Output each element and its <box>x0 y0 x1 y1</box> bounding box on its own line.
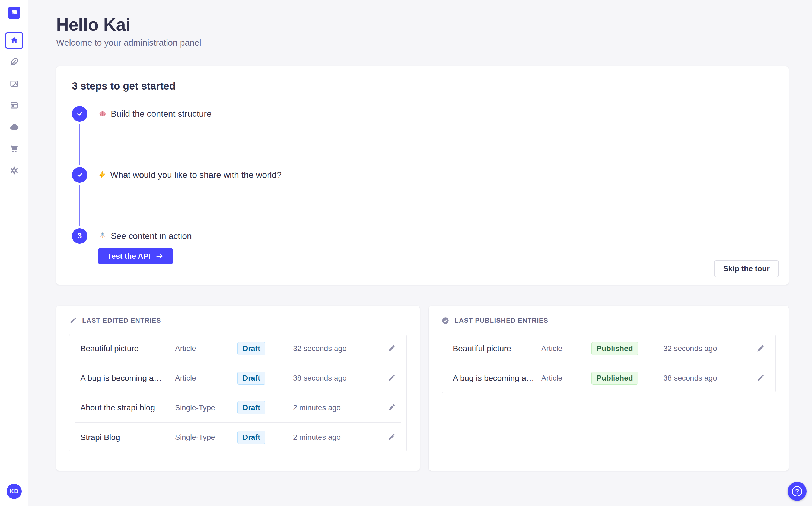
skip-the-tour-button[interactable]: Skip the tour <box>714 260 779 277</box>
last-published-header: LAST PUBLISHED ENTRIES <box>442 317 776 324</box>
last-edited-table: Beautiful picture Article Draft 32 secon… <box>69 334 407 452</box>
sidebar-footer-divider <box>0 478 28 478</box>
last-published-panel: LAST PUBLISHED ENTRIES Beautiful picture… <box>429 306 789 471</box>
sidebar-item-home[interactable] <box>5 32 23 49</box>
last-edited-header: LAST EDITED ENTRIES <box>69 317 407 324</box>
cloud-icon <box>9 122 19 132</box>
entry-title: Beautiful picture <box>80 344 175 353</box>
entry-type: Article <box>541 374 591 383</box>
cart-icon <box>9 144 19 153</box>
sidebar: KD <box>0 0 28 506</box>
guided-tour-title: 3 steps to get started <box>72 80 773 92</box>
sidebar-footer: KD <box>0 478 28 506</box>
entry-time: 38 seconds ago <box>663 374 751 383</box>
step-1-label: Build the content structure <box>98 109 212 119</box>
pencil-icon <box>756 374 765 382</box>
edit-entry-button[interactable] <box>387 344 396 353</box>
entry-type: Single-Type <box>175 403 237 412</box>
step-3-cta-row: Test the API <box>98 248 773 264</box>
table-row: A bug is becoming a… Article Draft 38 se… <box>75 363 401 393</box>
entry-time: 2 minutes ago <box>293 403 383 412</box>
step-2-completed-indicator <box>72 167 87 183</box>
tour-step-1: Build the content structure <box>72 106 773 121</box>
edit-entry-button[interactable] <box>756 374 765 382</box>
last-published-table: Beautiful picture Article Published 32 s… <box>442 334 776 393</box>
check-icon <box>76 110 83 117</box>
feather-icon <box>10 58 18 66</box>
status-badge: Draft <box>237 401 265 414</box>
check-icon <box>76 171 83 178</box>
step-1-text: Build the content structure <box>111 109 212 119</box>
table-row: Beautiful picture Article Draft 32 secon… <box>75 334 401 363</box>
status-badge: Published <box>591 342 638 355</box>
pencil-icon <box>387 344 396 353</box>
home-icon <box>10 36 18 45</box>
sidebar-item-media-library[interactable] <box>5 75 23 93</box>
status-badge: Draft <box>237 431 265 444</box>
lightning-emoji-icon <box>98 171 106 179</box>
pencil-icon <box>387 404 396 412</box>
question-mark-icon: ? <box>792 486 802 497</box>
rocket-emoji-icon <box>98 232 107 240</box>
entry-time: 32 seconds ago <box>293 344 383 353</box>
entry-title: Beautiful picture <box>453 344 541 353</box>
help-button[interactable]: ? <box>788 482 807 501</box>
table-row: Strapi Blog Single-Type Draft 2 minutes … <box>75 422 401 452</box>
step-3-label: See content in action <box>98 231 192 241</box>
step-1-completed-indicator <box>72 106 87 121</box>
sidebar-item-settings[interactable] <box>5 162 23 179</box>
edit-entry-button[interactable] <box>387 404 396 412</box>
entry-title: A bug is becoming a… <box>453 373 541 383</box>
step-connector <box>79 185 80 226</box>
user-avatar[interactable]: KD <box>6 484 22 499</box>
step-3-text: See content in action <box>111 231 192 241</box>
edit-entry-button[interactable] <box>387 433 396 441</box>
entry-title: A bug is becoming a… <box>80 373 175 383</box>
entry-title: Strapi Blog <box>80 433 175 442</box>
guided-tour-card: 3 steps to get started Build the content… <box>56 66 789 285</box>
test-the-api-button[interactable]: Test the API <box>98 248 173 264</box>
table-row: About the strapi blog Single-Type Draft … <box>75 393 401 422</box>
check-circle-icon <box>442 317 449 324</box>
entry-type: Article <box>175 374 237 383</box>
step-connector <box>79 124 80 165</box>
images-icon <box>10 79 18 88</box>
guided-tour-steps: Build the content structure What would y… <box>72 106 773 264</box>
entry-time: 38 seconds ago <box>293 374 383 383</box>
last-published-title: LAST PUBLISHED ENTRIES <box>455 317 548 324</box>
pencil-icon <box>387 374 396 382</box>
sidebar-item-marketplace[interactable] <box>5 140 23 158</box>
tour-step-2: What would you like to share with the wo… <box>72 167 773 183</box>
app-root: KD Hello Kai Welcome to your administrat… <box>0 0 812 506</box>
step-3-number-indicator: 3 <box>72 228 87 244</box>
strapi-logo-icon <box>8 6 20 19</box>
page-subtitle: Welcome to your administration panel <box>56 38 789 48</box>
entry-type: Single-Type <box>175 433 237 442</box>
entry-time: 32 seconds ago <box>663 344 751 353</box>
strapi-logo[interactable] <box>8 6 20 19</box>
status-badge: Draft <box>237 371 265 385</box>
main-content: Hello Kai Welcome to your administration… <box>28 0 812 506</box>
step-2-text: What would you like to share with the wo… <box>110 170 281 180</box>
table-row: A bug is becoming a… Article Published 3… <box>447 363 770 393</box>
step-2-label: What would you like to share with the wo… <box>98 170 281 180</box>
last-edited-panel: LAST EDITED ENTRIES Beautiful picture Ar… <box>56 306 420 471</box>
pencil-icon <box>69 317 77 324</box>
arrow-right-icon <box>156 252 164 260</box>
sidebar-item-content-type-builder[interactable] <box>5 96 23 114</box>
tour-step-3: 3 See content in action <box>72 228 773 244</box>
entries-panels: LAST EDITED ENTRIES Beautiful picture Ar… <box>56 306 789 471</box>
sidebar-nav <box>5 32 23 183</box>
table-row: Beautiful picture Article Published 32 s… <box>447 334 770 363</box>
avatar-initials: KD <box>10 488 19 495</box>
test-the-api-label: Test the API <box>107 252 150 261</box>
edit-entry-button[interactable] <box>387 374 396 382</box>
status-badge: Published <box>591 371 638 385</box>
edit-entry-button[interactable] <box>756 344 765 353</box>
sidebar-item-content-manager[interactable] <box>5 53 23 71</box>
entry-time: 2 minutes ago <box>293 433 383 442</box>
gear-icon <box>9 166 19 175</box>
sidebar-item-deploy[interactable] <box>5 118 23 136</box>
entry-title: About the strapi blog <box>80 403 175 412</box>
pencil-icon <box>387 433 396 441</box>
